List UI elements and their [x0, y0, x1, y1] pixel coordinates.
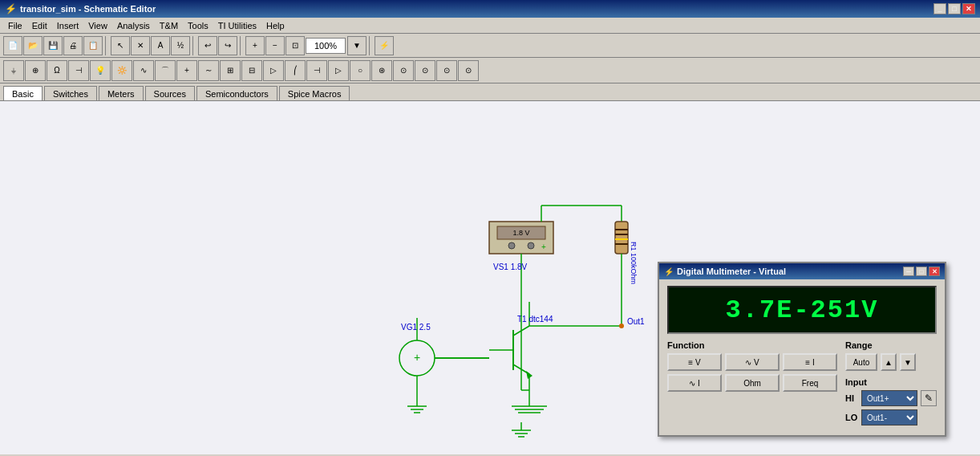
cursor-button[interactable]: ↖: [111, 36, 130, 55]
comp-conn2[interactable]: ⊟: [241, 60, 262, 81]
print-button[interactable]: 🖨: [63, 36, 83, 55]
dmm-aci-button[interactable]: ∿ I: [667, 374, 722, 392]
close-button[interactable]: ✕: [962, 3, 975, 14]
dmm-hi-label: HI: [845, 393, 858, 403]
sep2: [192, 36, 196, 55]
comp-vcc[interactable]: ⊕: [25, 60, 46, 81]
dmm-hi-row: HI Out1+ ✎: [845, 390, 937, 406]
copy-button[interactable]: 📋: [83, 36, 103, 55]
dmm-input-section: Input HI Out1+ ✎ LO Out1-: [845, 377, 937, 429]
zoom-fit-button[interactable]: ⊡: [285, 36, 305, 55]
schematic-canvas[interactable]: 1.8 V + VS1 1.8V R1: [0, 101, 980, 454]
comp-inductor[interactable]: ⌒: [155, 60, 176, 81]
menu-tm[interactable]: T&M: [155, 19, 183, 32]
menu-ti-utilities[interactable]: TI Utilities: [213, 19, 261, 32]
dmm-dci-button[interactable]: ≡ I: [783, 353, 837, 371]
dmm-func-row1: ≡ V ∿ V ≡ I: [667, 353, 837, 371]
dmm-auto-button[interactable]: Auto: [845, 353, 877, 371]
comp-probe4[interactable]: ⊙: [458, 60, 479, 81]
menu-analysis[interactable]: Analysis: [112, 19, 155, 32]
dmm-range-up-button[interactable]: ▲: [881, 353, 897, 371]
dmm-close-button[interactable]: ✕: [929, 267, 940, 276]
dmm-ohm-button[interactable]: Ohm: [725, 374, 780, 392]
component-toolbar: ⏚ ⊕ Ω ⊣ 💡 🔆 ∿ ⌒ + ∼ ⊞ ⊟ ▷ ⎛ ⊣ ▷ ○ ⊛ ⊙ ⊙ …: [0, 58, 980, 83]
menu-view[interactable]: View: [83, 19, 112, 32]
undo-button[interactable]: ↩: [198, 36, 217, 55]
comp-diode[interactable]: ▷: [263, 60, 284, 81]
svg-text:VS1 1.8V: VS1 1.8V: [493, 263, 528, 271]
tab-spice-macros[interactable]: Spice Macros: [279, 86, 350, 100]
dmm-range-down-button[interactable]: ▼: [900, 353, 916, 371]
dmm-function-section: Function ≡ V ∿ V ≡ I ∿ I Ohm Freq: [667, 340, 837, 429]
zoom-in-button[interactable]: +: [245, 36, 265, 55]
dmm-window: ⚡ Digital Multimeter - Virtual ─ □ ✕ 3.7…: [658, 262, 946, 437]
dmm-acv-button[interactable]: ∿ V: [725, 353, 780, 371]
title-bar: ⚡ transitor_sim - Schematic Editor _ □ ✕: [0, 0, 980, 18]
tab-basic[interactable]: Basic: [3, 86, 43, 100]
cross-button[interactable]: ✕: [131, 36, 150, 55]
menu-file[interactable]: File: [3, 19, 27, 32]
new-button[interactable]: 📄: [3, 36, 22, 55]
comp-isrc[interactable]: ⊛: [371, 60, 392, 81]
vs1-component: 1.8 V + VS1 1.8V: [489, 206, 553, 286]
r1-component: R1 100kOhm: [615, 206, 638, 286]
comp-vsrc[interactable]: ○: [350, 60, 371, 81]
comp-mosfet[interactable]: ⊣: [306, 60, 327, 81]
comp-wave[interactable]: ∼: [198, 60, 219, 81]
sep4: [369, 36, 372, 55]
comp-conn1[interactable]: ⊞: [220, 60, 241, 81]
comp-probe1[interactable]: ⊙: [393, 60, 414, 81]
dmm-lo-select[interactable]: Out1-: [861, 409, 917, 425]
app-icon: ⚡: [5, 3, 17, 14]
dmm-value: 3.7E-251V: [726, 295, 879, 325]
dmm-title-text: Digital Multimeter - Virtual: [677, 267, 786, 276]
comp-probe3[interactable]: ⊙: [436, 60, 457, 81]
redo-button[interactable]: ↪: [218, 36, 237, 55]
dmm-dcv-button[interactable]: ≡ V: [667, 353, 722, 371]
dmm-minimize-button[interactable]: ─: [903, 267, 914, 276]
comp-junction[interactable]: +: [176, 60, 197, 81]
comp-opamp[interactable]: ▷: [328, 60, 349, 81]
open-button[interactable]: 📂: [23, 36, 43, 55]
menu-help[interactable]: Help: [261, 19, 290, 32]
comp-resistor[interactable]: Ω: [47, 60, 67, 81]
maximize-button[interactable]: □: [948, 3, 961, 14]
zoom-input[interactable]: 100%: [306, 38, 346, 54]
zoom-dropdown[interactable]: ▼: [347, 36, 366, 55]
dmm-range-controls: Auto ▲ ▼: [845, 353, 937, 371]
dmm-probe-button[interactable]: ✎: [921, 390, 937, 406]
zoom-control: 100% ▼: [306, 36, 366, 55]
dmm-icon: ⚡: [664, 267, 674, 276]
comp-lamp[interactable]: 🔆: [111, 60, 132, 81]
comp-switch[interactable]: ⎛: [285, 60, 306, 81]
comp-led[interactable]: 💡: [90, 60, 111, 81]
dmm-hi-select[interactable]: Out1+: [861, 390, 917, 406]
subscript-button[interactable]: ½: [171, 36, 190, 55]
comp-probe2[interactable]: ⊙: [415, 60, 435, 81]
minimize-button[interactable]: _: [933, 3, 946, 14]
svg-point-46: [619, 324, 624, 328]
menu-tools[interactable]: Tools: [183, 19, 213, 32]
dmm-freq-button[interactable]: Freq: [783, 374, 837, 392]
tab-switches[interactable]: Switches: [44, 86, 97, 100]
comp-cap[interactable]: ⊣: [68, 60, 89, 81]
comp-resistor2[interactable]: ∿: [133, 60, 154, 81]
save-button[interactable]: 💾: [43, 36, 63, 55]
text-button[interactable]: A: [151, 36, 170, 55]
svg-text:VG1 2.5: VG1 2.5: [401, 323, 431, 332]
dmm-func-row2: ∿ I Ohm Freq: [667, 374, 837, 392]
dmm-body: 3.7E-251V Function ≡ V ∿ V ≡ I ∿ I Ohm F…: [659, 279, 945, 435]
comp-ground[interactable]: ⏚: [3, 60, 24, 81]
dmm-right-section: Range Auto ▲ ▼ Input HI Out1+: [845, 340, 937, 429]
tab-semiconductors[interactable]: Semiconductors: [196, 86, 277, 100]
dmm-maximize-button[interactable]: □: [916, 267, 927, 276]
menu-edit[interactable]: Edit: [27, 19, 52, 32]
tab-meters[interactable]: Meters: [99, 86, 144, 100]
dmm-range-section: Range Auto ▲ ▼: [845, 340, 937, 371]
run-button[interactable]: ⚡: [375, 36, 394, 55]
dmm-lo-row: LO Out1-: [845, 409, 937, 425]
menu-insert[interactable]: Insert: [52, 19, 84, 32]
svg-point-4: [528, 242, 534, 249]
zoom-out-button[interactable]: −: [265, 36, 285, 55]
tab-sources[interactable]: Sources: [145, 86, 195, 100]
